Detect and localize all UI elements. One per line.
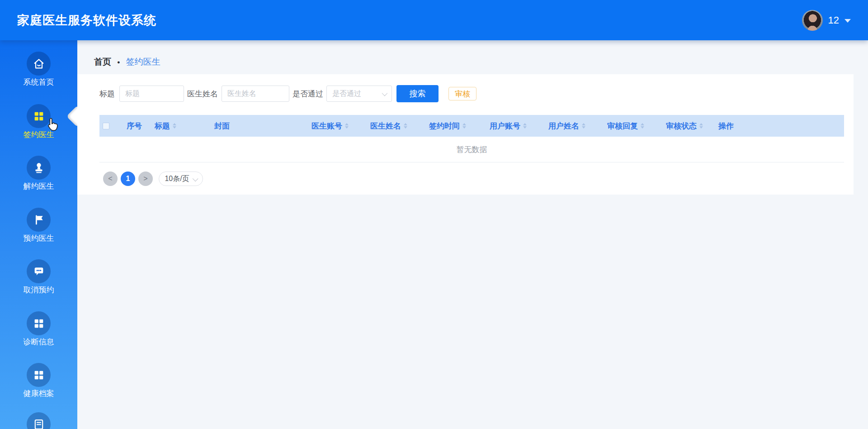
sort-icon [582, 123, 585, 129]
list-icon [27, 412, 51, 429]
prev-page-button[interactable]: < [103, 172, 118, 186]
title-input[interactable] [119, 86, 184, 102]
col-doctor-name[interactable]: 医生姓名 [370, 115, 429, 137]
sidebar-item-health-record[interactable]: 健康档案 [0, 363, 77, 398]
pass-select[interactable]: 是否通过 [326, 86, 392, 102]
sidebar-item-appointment-doctor[interactable]: 预约医生 [0, 208, 77, 243]
app-window: 家庭医生服务软件设系统 12 系统首页 签约医生 [0, 0, 868, 429]
col-sign-time[interactable]: 签约时间 [429, 115, 490, 137]
doctor-name-filter-label: 医生姓名 [187, 89, 218, 99]
chat-icon [27, 259, 51, 283]
sidebar-item-label: 健康档案 [24, 389, 54, 398]
empty-data-row: 暂无数据 [99, 137, 844, 162]
search-button[interactable]: 搜索 [396, 85, 439, 102]
app-header: 家庭医生服务软件设系统 12 [0, 0, 868, 40]
main-area: 首页 ● 签约医生 标题 医生姓名 是否通过 是否通过 搜索 审核 [77, 40, 868, 429]
breadcrumb: 首页 ● 签约医生 [94, 57, 868, 67]
sort-icon [462, 123, 466, 129]
col-user-name[interactable]: 用户姓名 [548, 115, 607, 137]
page-size-select[interactable]: 10条/页 [159, 172, 203, 186]
flag-icon [27, 208, 51, 232]
page-1-button[interactable]: 1 [121, 172, 135, 186]
chevron-down-icon [192, 176, 198, 181]
empty-data-text: 暂无数据 [457, 144, 487, 155]
pagination: < 1 > 10条/页 [103, 172, 844, 186]
sidebar-item-system-home[interactable]: 系统首页 [0, 52, 77, 86]
col-doctor-account[interactable]: 医生账号 [311, 115, 370, 137]
sort-icon [523, 123, 527, 129]
content-card: 标题 医生姓名 是否通过 是否通过 搜索 审核 [77, 74, 854, 195]
grid-icon [27, 311, 51, 335]
col-operation: 操作 [718, 115, 844, 137]
sidebar-item-label: 取消预约 [24, 286, 54, 294]
sidebar-item-label: 解约医生 [24, 182, 54, 191]
sidebar-item-label: 系统首页 [24, 78, 54, 86]
user-menu[interactable]: 12 [802, 0, 851, 40]
select-all-checkbox[interactable] [103, 123, 109, 129]
sort-icon [345, 123, 349, 129]
col-audit-reply[interactable]: 审核回复 [607, 115, 666, 137]
data-table: 序号 标题 封面 医生账号 [99, 115, 844, 162]
sidebar-item-diagnosis-info[interactable]: 诊断信息 [0, 311, 77, 346]
mouse-cursor-icon [46, 117, 59, 133]
col-index: 序号 [127, 115, 155, 137]
table-header-row: 序号 标题 封面 医生账号 [99, 115, 844, 137]
col-title[interactable]: 标题 [155, 115, 214, 137]
sidebar-item-terminated-doctor[interactable]: 解约医生 [0, 156, 77, 191]
next-page-button[interactable]: > [138, 172, 153, 186]
sidebar-item-cancel-appointment[interactable]: 取消预约 [0, 259, 77, 294]
stamp-icon [27, 156, 51, 180]
breadcrumb-separator: ● [117, 59, 120, 65]
pass-filter-label: 是否通过 [292, 89, 323, 99]
breadcrumb-home[interactable]: 首页 [94, 56, 111, 68]
sidebar-item-partial[interactable] [0, 412, 77, 429]
sort-icon [173, 123, 176, 129]
doctor-name-input[interactable] [222, 86, 289, 102]
sidebar: 系统首页 签约医生 解约医生 预约医生 [0, 40, 77, 429]
col-audit-status[interactable]: 审核状态 [666, 115, 718, 137]
select-all-cell [99, 115, 127, 137]
sort-icon [404, 123, 407, 129]
chevron-down-icon [382, 90, 388, 96]
title-filter-label: 标题 [99, 89, 115, 99]
user-name: 12 [828, 14, 839, 26]
page-size-value: 10条/页 [165, 174, 189, 184]
sidebar-item-label: 诊断信息 [24, 338, 54, 346]
sort-icon [699, 123, 703, 129]
col-cover: 封面 [214, 115, 311, 137]
breadcrumb-current[interactable]: 签约医生 [126, 56, 160, 68]
sidebar-item-label: 预约医生 [24, 234, 54, 243]
audit-button[interactable]: 审核 [448, 87, 476, 100]
sort-icon [641, 123, 644, 129]
chevron-down-icon [844, 19, 851, 23]
grid-icon [27, 363, 51, 387]
sidebar-item-signed-doctor[interactable]: 签约医生 [0, 104, 77, 139]
home-icon [27, 52, 51, 76]
filter-bar: 标题 医生姓名 是否通过 是否通过 搜索 审核 [99, 85, 844, 102]
app-title: 家庭医生服务软件设系统 [17, 12, 156, 29]
pass-select-placeholder: 是否通过 [332, 89, 361, 99]
user-avatar [802, 10, 823, 31]
col-user-account[interactable]: 用户账号 [490, 115, 548, 137]
